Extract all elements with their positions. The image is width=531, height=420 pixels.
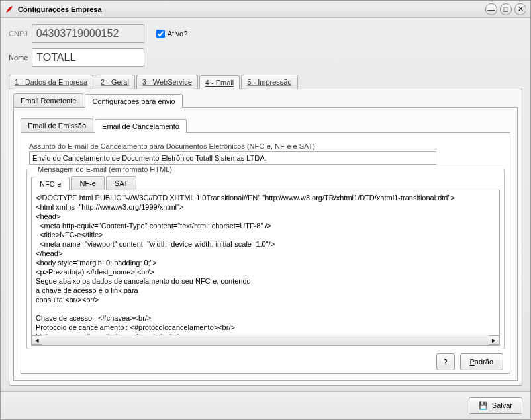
salvar-button[interactable]: 💾 Salvar bbox=[469, 397, 522, 414]
footer: 💾 Salvar bbox=[1, 391, 530, 419]
padrao-button[interactable]: Padrão bbox=[460, 353, 503, 370]
cnpj-field[interactable] bbox=[32, 24, 144, 43]
message-textarea[interactable] bbox=[32, 190, 499, 335]
content-area: CNPJ Ativo? Nome 1 - Dados da Empresa 2 … bbox=[1, 18, 530, 391]
main-panel: Email Remetente Configurações para envio… bbox=[9, 89, 522, 386]
nome-field[interactable] bbox=[32, 48, 144, 67]
nome-label: Nome bbox=[9, 54, 28, 62]
sub-panel: Email de Emissão Email de Cancelamento A… bbox=[13, 108, 518, 381]
tab-msg-nfe[interactable]: NF-e bbox=[71, 176, 104, 190]
save-icon: 💾 bbox=[479, 401, 488, 410]
triangle-left-icon: ◂ bbox=[35, 336, 39, 345]
sub2-panel: Assunto do E-mail de Cancelamento para D… bbox=[21, 133, 510, 374]
tab-impressao[interactable]: 5 - Impressão bbox=[241, 75, 297, 89]
padrao-label: Padrão bbox=[470, 358, 493, 366]
app-window: Configurações Empresa — □ ✕ CNPJ Ativo? … bbox=[0, 0, 531, 420]
message-tabs: NFC-e NF-e SAT bbox=[31, 176, 500, 190]
app-logo-icon bbox=[5, 5, 14, 14]
tab-config-envio[interactable]: Configurações para envio bbox=[85, 94, 182, 108]
close-button[interactable]: ✕ bbox=[514, 3, 526, 15]
horizontal-scrollbar[interactable]: ◂ ▸ bbox=[32, 335, 499, 345]
message-fieldset: Mensagem do E-mail (em formato HTML) NFC… bbox=[26, 169, 505, 349]
tab-msg-nfce[interactable]: NFC-e bbox=[31, 177, 70, 190]
maximize-icon: □ bbox=[504, 5, 508, 13]
tab-webservice[interactable]: 3 - WebService bbox=[136, 75, 198, 89]
header-row-2: Nome bbox=[9, 48, 522, 67]
subject-label: Assunto do E-mail de Cancelamento para D… bbox=[29, 142, 505, 150]
cnpj-label: CNPJ bbox=[9, 30, 28, 38]
sub-tabs: Email Remetente Configurações para envio bbox=[13, 93, 518, 108]
tab-email-cancelamento[interactable]: Email de Cancelamento bbox=[95, 119, 187, 133]
close-icon: ✕ bbox=[518, 5, 524, 13]
tab-email-emissao[interactable]: Email de Emissão bbox=[21, 118, 93, 132]
tab-dados-empresa[interactable]: 1 - Dados da Empresa bbox=[9, 75, 93, 89]
help-button[interactable]: ? bbox=[436, 353, 455, 370]
subject-input[interactable] bbox=[29, 151, 436, 165]
scroll-right-button[interactable]: ▸ bbox=[489, 335, 499, 345]
maximize-button[interactable]: □ bbox=[500, 3, 512, 15]
scroll-left-button[interactable]: ◂ bbox=[32, 335, 42, 345]
panel-button-row: ? Padrão bbox=[26, 349, 505, 370]
ativo-label: Ativo? bbox=[168, 30, 188, 38]
tab-email-remetente[interactable]: Email Remetente bbox=[13, 93, 83, 107]
tab-geral[interactable]: 2 - Geral bbox=[95, 75, 135, 89]
main-tabs: 1 - Dados da Empresa 2 - Geral 3 - WebSe… bbox=[9, 75, 522, 89]
salvar-label: Salvar bbox=[492, 401, 512, 409]
window-title: Configurações Empresa bbox=[18, 5, 483, 13]
tab-email[interactable]: 4 - Email bbox=[199, 75, 240, 89]
help-label: ? bbox=[443, 358, 447, 366]
sub2-tabs: Email de Emissão Email de Cancelamento bbox=[21, 118, 510, 133]
tab-msg-sat[interactable]: SAT bbox=[106, 176, 137, 190]
header-row-1: CNPJ Ativo? bbox=[9, 24, 522, 43]
message-textarea-wrap: ◂ ▸ bbox=[31, 190, 500, 346]
ativo-checkbox[interactable] bbox=[156, 30, 165, 38]
ativo-checkbox-wrap[interactable]: Ativo? bbox=[154, 28, 188, 40]
minimize-button[interactable]: — bbox=[485, 3, 497, 15]
minimize-icon: — bbox=[488, 5, 495, 13]
message-legend: Mensagem do E-mail (em formato HTML) bbox=[35, 165, 175, 173]
titlebar: Configurações Empresa — □ ✕ bbox=[1, 1, 530, 18]
triangle-right-icon: ▸ bbox=[492, 336, 496, 345]
